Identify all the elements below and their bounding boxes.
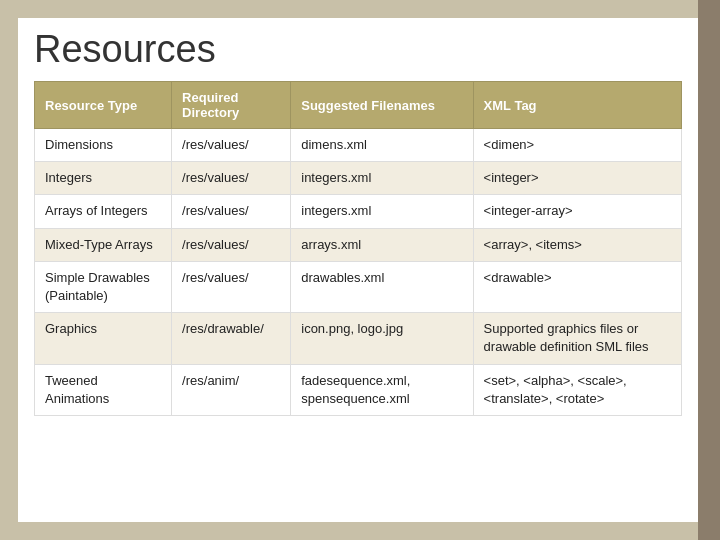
table-cell-suggested-filenames: dimens.xml <box>291 129 473 162</box>
table-cell-resource-type: Dimensions <box>35 129 172 162</box>
table-cell-required-directory: /res/drawable/ <box>172 313 291 364</box>
table-cell-xml-tag: <integer-array> <box>473 195 681 228</box>
table-cell-resource-type: Integers <box>35 162 172 195</box>
table-cell-xml-tag: <drawable> <box>473 261 681 312</box>
table-cell-required-directory: /res/values/ <box>172 162 291 195</box>
table-cell-suggested-filenames: fadesequence.xml, spensequence.xml <box>291 364 473 415</box>
right-sidebar <box>698 0 720 540</box>
table-cell-required-directory: /res/values/ <box>172 129 291 162</box>
table-row: Graphics/res/drawable/icon.png, logo.jpg… <box>35 313 682 364</box>
table-cell-resource-type: Graphics <box>35 313 172 364</box>
table-cell-required-directory: /res/values/ <box>172 195 291 228</box>
table-row: Arrays of Integers/res/values/integers.x… <box>35 195 682 228</box>
table-cell-xml-tag: <dimen> <box>473 129 681 162</box>
table-cell-resource-type: Mixed-Type Arrays <box>35 228 172 261</box>
table-cell-resource-type: Simple Drawables (Paintable) <box>35 261 172 312</box>
table-cell-xml-tag: <integer> <box>473 162 681 195</box>
table-cell-suggested-filenames: drawables.xml <box>291 261 473 312</box>
table-cell-suggested-filenames: arrays.xml <box>291 228 473 261</box>
col-header-suggested-filenames: Suggested Filenames <box>291 82 473 129</box>
col-header-resource-type: Resource Type <box>35 82 172 129</box>
table-row: Integers/res/values/integers.xml<integer… <box>35 162 682 195</box>
table-cell-xml-tag: Supported graphics files or drawable def… <box>473 313 681 364</box>
table-cell-resource-type: Arrays of Integers <box>35 195 172 228</box>
table-row: Tweened Animations/res/anim/fadesequence… <box>35 364 682 415</box>
table-cell-suggested-filenames: integers.xml <box>291 162 473 195</box>
table-cell-required-directory: /res/values/ <box>172 261 291 312</box>
main-content: Resources Resource Type Required Directo… <box>18 18 698 522</box>
table-row: Dimensions/res/values/dimens.xml<dimen> <box>35 129 682 162</box>
resources-table: Resource Type Required Directory Suggest… <box>34 81 682 416</box>
table-row: Mixed-Type Arrays/res/values/arrays.xml<… <box>35 228 682 261</box>
page-title: Resources <box>34 28 682 71</box>
table-header-row: Resource Type Required Directory Suggest… <box>35 82 682 129</box>
table-row: Simple Drawables (Paintable)/res/values/… <box>35 261 682 312</box>
col-header-xml-tag: XML Tag <box>473 82 681 129</box>
table-cell-xml-tag: <array>, <items> <box>473 228 681 261</box>
table-cell-resource-type: Tweened Animations <box>35 364 172 415</box>
table-cell-suggested-filenames: icon.png, logo.jpg <box>291 313 473 364</box>
col-header-required-directory: Required Directory <box>172 82 291 129</box>
table-cell-xml-tag: <set>, <alpha>, <scale>, <translate>, <r… <box>473 364 681 415</box>
table-cell-suggested-filenames: integers.xml <box>291 195 473 228</box>
table-cell-required-directory: /res/anim/ <box>172 364 291 415</box>
table-cell-required-directory: /res/values/ <box>172 228 291 261</box>
